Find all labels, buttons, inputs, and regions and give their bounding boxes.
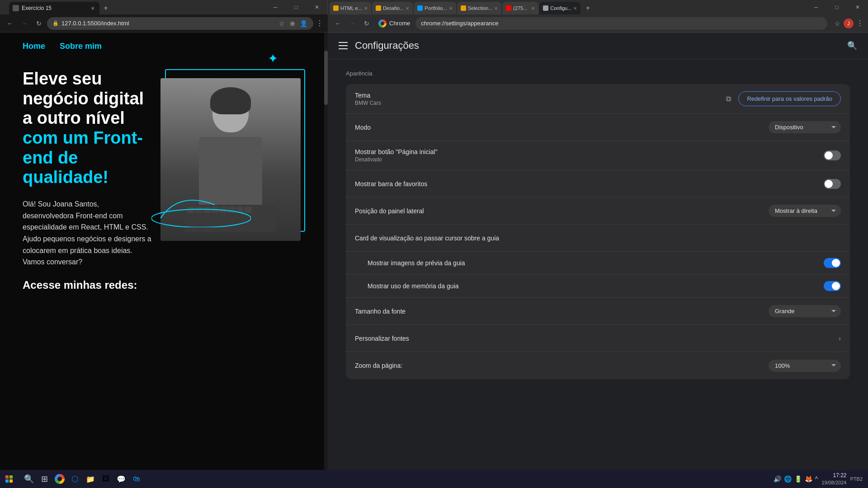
close-button-right[interactable]: ✕ [847,0,868,14]
tab-portfolio[interactable]: Portfolio... ✕ [414,2,456,14]
menu-button-left[interactable]: ⋮ [315,19,324,28]
tab-close-desafio[interactable]: ✕ [406,6,409,11]
tab-desafio[interactable]: Desafio... ✕ [372,2,413,14]
font-size-title: Tamanho da fonte [355,308,769,315]
home-btn-toggle[interactable] [824,150,841,160]
tab-close-html[interactable]: ✕ [364,6,368,11]
svg-rect-3 [5,479,9,483]
zoom-dropdown[interactable]: 100% [769,360,841,372]
chrome-label: Chrome [389,20,410,27]
side-panel-label: Posição do painel lateral [355,207,769,215]
tab-close-config[interactable]: ✕ [573,6,577,11]
new-tab-button-right[interactable]: + [581,2,594,14]
settings-card-aparencia: Tema BMW Cars ⧉ Redefinir para os valore… [346,84,850,379]
tab-close-youtube[interactable]: ✕ [531,6,535,11]
new-tab-button-left[interactable]: + [99,2,112,14]
clock-time: 17:22 [821,472,846,479]
bookmark-icon-left[interactable]: ☆ [277,19,286,28]
settings-content: Aparência Tema BMW Cars ⧉ Redefinir para… [328,59,868,488]
toggle-knob-home [825,151,833,160]
photos-taskbar-icon[interactable]: 🖼 [99,472,113,486]
hamburger-line-1 [339,42,348,43]
maximize-button-left[interactable]: □ [286,0,307,14]
url-bar-left[interactable]: 🔒 127.0.0.1:5500/index.html ☆ ⊕ 👤 [47,17,313,30]
forward-button-left[interactable]: → [18,17,31,30]
close-button-left[interactable]: ✕ [307,0,327,14]
tab-memory-toggle[interactable] [824,281,841,291]
nav-about[interactable]: Sobre mim [60,42,102,51]
menu-hamburger-icon[interactable] [339,42,348,49]
external-link-icon[interactable]: ⧉ [726,95,731,103]
tab-favicon-selection [461,5,466,11]
tab-selection-label: Selection... [468,5,492,11]
tray-icon-1[interactable]: 🔊 [774,475,781,483]
tray-up-arrow[interactable]: ^ [815,475,818,483]
tray-icon-3[interactable]: 🔋 [794,475,802,483]
tab-html-label: HTML e... [340,5,362,11]
url-text-left: 127.0.0.1:5500/index.html [61,20,129,27]
url-bar-right[interactable]: chrome://settings/appearance [415,17,827,30]
side-panel-control: Mostrar à direita [769,205,841,217]
maximize-button-right[interactable]: □ [826,0,847,14]
vscode-taskbar-icon[interactable]: ⬡ [68,472,82,486]
tray-icon-2[interactable]: 🌐 [784,475,792,483]
tab-selection[interactable]: Selection... ✕ [457,2,501,14]
bookmarks-toggle[interactable] [824,179,841,189]
taskview-icon[interactable]: ⊞ [37,472,52,486]
reload-button-right[interactable]: ↻ [360,17,373,30]
back-button-left[interactable]: ← [4,17,16,30]
start-button[interactable] [0,470,18,488]
profile-icon-left[interactable]: 👤 [299,19,308,28]
chrome-logo: Chrome [375,19,414,28]
left-active-tab[interactable]: Exercício 15 ✕ [9,2,99,14]
address-icons-left: ☆ ⊕ 👤 [277,19,308,28]
nav-home[interactable]: Home [23,42,45,51]
tab-html[interactable]: HTML e... ✕ [330,2,371,14]
tab-favicon-config [543,5,548,11]
site-nav: Home Sobre mim [0,33,328,60]
minimize-button-left[interactable]: ─ [265,0,286,14]
zoom-control: 100% [769,360,841,372]
tab-youtube[interactable]: (275... ✕ [502,2,538,14]
files-taskbar-icon[interactable]: 📁 [83,472,98,486]
tab-preview-toggle[interactable] [824,258,841,268]
hero-image-container: ✦ [160,69,305,241]
tab-close-button[interactable]: ✕ [90,5,96,11]
minimize-button-right[interactable]: ─ [806,0,826,14]
bookmarks-title: Mostrar barra de favoritos [355,180,824,188]
extension-icon-left[interactable]: ⊕ [288,19,297,28]
font-size-dropdown[interactable]: Grande [769,305,841,317]
tab-close-portfolio[interactable]: ✕ [449,6,453,11]
reload-button-left[interactable]: ↻ [33,17,45,30]
profile-icon-right[interactable]: J [844,19,854,28]
home-btn-subtitle: Desativado [355,156,824,163]
store-taskbar-icon[interactable]: 🛍 [129,472,144,486]
chrome-taskbar-icon[interactable] [52,472,67,486]
settings-search-icon[interactable]: 🔍 [847,41,857,51]
side-panel-title: Posição do painel lateral [355,207,769,215]
reset-button[interactable]: Redefinir para os valores padrão [738,91,841,106]
taskbar-right-area: 🔊 🌐 🔋 🦊 ^ 17:22 19/08/2024 PTB2 [774,472,868,486]
left-panel-scrollbar[interactable] [324,33,328,488]
side-panel-dropdown[interactable]: Mostrar à direita [769,205,841,217]
tab-favicon-youtube [506,5,511,11]
right-window-controls: ─ □ ✕ [806,0,868,14]
settings-section-aparencia: Aparência [346,70,850,77]
tab-config[interactable]: Configu... ✕ [539,2,580,14]
settings-row-custom-fonts[interactable]: Personalizar fontes › [346,325,850,352]
discord-taskbar-icon[interactable]: 💬 [114,472,128,486]
back-button-right[interactable]: ← [331,17,344,30]
settings-row-modo: Modo Dispositivo [346,114,850,141]
menu-button-right[interactable]: ⋮ [855,19,864,28]
clock-area[interactable]: 17:22 19/08/2024 [821,472,846,486]
bookmark-icon-right[interactable]: ☆ [833,19,842,28]
tab-favicon-portfolio [417,5,423,11]
tray-icon-firefox[interactable]: 🦊 [805,475,812,483]
tab-preview-control [824,258,841,268]
forward-button-right[interactable]: → [346,17,359,30]
toggle-knob-memory [832,282,840,290]
tab-favicon-html [333,5,339,11]
search-taskbar-icon[interactable]: 🔍 [22,472,36,486]
modo-dropdown[interactable]: Dispositivo [769,121,841,133]
tab-close-selection[interactable]: ✕ [494,6,498,11]
